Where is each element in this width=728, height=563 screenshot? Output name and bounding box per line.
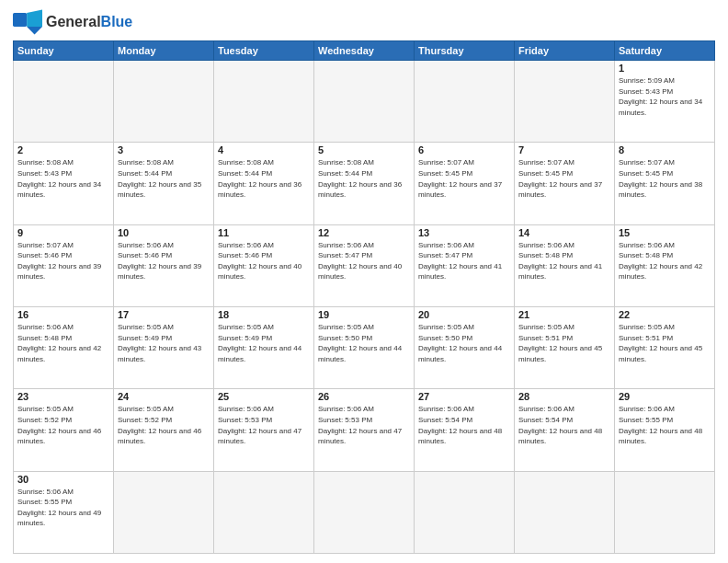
day-number: 10 <box>118 227 210 238</box>
day-info: Sunrise: 5:06 AMSunset: 5:53 PMDaylight:… <box>218 404 310 446</box>
day-info: Sunrise: 5:05 AMSunset: 5:49 PMDaylight:… <box>218 322 310 364</box>
day-info: Sunrise: 5:06 AMSunset: 5:55 PMDaylight:… <box>17 487 109 529</box>
svg-rect-0 <box>13 13 27 27</box>
calendar-cell <box>314 61 415 143</box>
day-number: 20 <box>418 309 510 320</box>
day-info: Sunrise: 5:05 AMSunset: 5:50 PMDaylight:… <box>418 322 510 364</box>
day-number: 11 <box>218 227 310 238</box>
calendar-cell: 23Sunrise: 5:05 AMSunset: 5:52 PMDayligh… <box>14 389 114 471</box>
calendar-cell: 10Sunrise: 5:06 AMSunset: 5:46 PMDayligh… <box>114 224 214 306</box>
day-info: Sunrise: 5:06 AMSunset: 5:46 PMDaylight:… <box>118 240 210 282</box>
calendar-row-2: 2Sunrise: 5:08 AMSunset: 5:43 PMDaylight… <box>14 143 715 224</box>
calendar-cell: 1Sunrise: 5:09 AMSunset: 5:43 PMDaylight… <box>615 61 715 143</box>
day-info: Sunrise: 5:06 AMSunset: 5:55 PMDaylight:… <box>619 404 711 446</box>
logo: GeneralBlue <box>13 9 132 35</box>
calendar-cell: 6Sunrise: 5:07 AMSunset: 5:45 PMDaylight… <box>415 143 515 224</box>
day-info: Sunrise: 5:07 AMSunset: 5:46 PMDaylight:… <box>17 240 109 282</box>
calendar-cell: 30Sunrise: 5:06 AMSunset: 5:55 PMDayligh… <box>14 471 114 553</box>
day-number: 27 <box>418 391 510 402</box>
day-info: Sunrise: 5:06 AMSunset: 5:47 PMDaylight:… <box>418 240 510 282</box>
day-info: Sunrise: 5:08 AMSunset: 5:44 PMDaylight:… <box>318 157 410 200</box>
day-info: Sunrise: 5:08 AMSunset: 5:43 PMDaylight:… <box>17 157 109 200</box>
day-number: 16 <box>17 309 109 320</box>
day-number: 21 <box>518 309 610 320</box>
day-info: Sunrise: 5:08 AMSunset: 5:44 PMDaylight:… <box>218 157 310 200</box>
calendar-cell <box>415 471 515 553</box>
logo-text: GeneralBlue <box>46 14 132 30</box>
day-number: 28 <box>518 391 610 402</box>
calendar-cell: 28Sunrise: 5:06 AMSunset: 5:54 PMDayligh… <box>515 389 615 471</box>
calendar-cell: 16Sunrise: 5:06 AMSunset: 5:48 PMDayligh… <box>14 306 114 388</box>
day-header-sunday: Sunday <box>14 41 114 61</box>
day-info: Sunrise: 5:06 AMSunset: 5:53 PMDaylight:… <box>318 404 410 446</box>
calendar-cell: 2Sunrise: 5:08 AMSunset: 5:43 PMDaylight… <box>14 143 114 224</box>
day-info: Sunrise: 5:06 AMSunset: 5:48 PMDaylight:… <box>619 240 711 282</box>
day-number: 23 <box>17 391 109 402</box>
calendar-cell <box>214 61 314 143</box>
calendar-cell <box>114 61 214 143</box>
day-number: 6 <box>418 144 510 155</box>
day-number: 30 <box>17 474 109 485</box>
day-info: Sunrise: 5:07 AMSunset: 5:45 PMDaylight:… <box>619 157 711 200</box>
calendar-cell <box>114 471 214 553</box>
day-info: Sunrise: 5:05 AMSunset: 5:51 PMDaylight:… <box>518 322 610 364</box>
day-number: 1 <box>619 63 711 74</box>
day-header-thursday: Thursday <box>415 41 515 61</box>
calendar-row-1: 1Sunrise: 5:09 AMSunset: 5:43 PMDaylight… <box>14 61 715 143</box>
day-number: 12 <box>318 227 410 238</box>
day-info: Sunrise: 5:06 AMSunset: 5:46 PMDaylight:… <box>218 240 310 282</box>
day-number: 9 <box>17 227 109 238</box>
calendar-header-row: SundayMondayTuesdayWednesdayThursdayFrid… <box>14 41 715 61</box>
calendar-cell: 29Sunrise: 5:06 AMSunset: 5:55 PMDayligh… <box>615 389 715 471</box>
calendar-cell: 4Sunrise: 5:08 AMSunset: 5:44 PMDaylight… <box>214 143 314 224</box>
day-header-monday: Monday <box>114 41 214 61</box>
day-number: 2 <box>17 144 109 155</box>
calendar-cell: 27Sunrise: 5:06 AMSunset: 5:54 PMDayligh… <box>415 389 515 471</box>
day-number: 3 <box>118 144 210 155</box>
calendar-cell: 26Sunrise: 5:06 AMSunset: 5:53 PMDayligh… <box>314 389 415 471</box>
day-number: 13 <box>418 227 510 238</box>
day-number: 8 <box>619 144 711 155</box>
calendar-cell: 14Sunrise: 5:06 AMSunset: 5:48 PMDayligh… <box>515 224 615 306</box>
day-header-tuesday: Tuesday <box>214 41 314 61</box>
calendar-row-4: 16Sunrise: 5:06 AMSunset: 5:48 PMDayligh… <box>14 306 715 388</box>
calendar-cell: 8Sunrise: 5:07 AMSunset: 5:45 PMDaylight… <box>615 143 715 224</box>
day-info: Sunrise: 5:06 AMSunset: 5:48 PMDaylight:… <box>17 322 109 364</box>
day-number: 4 <box>218 144 310 155</box>
svg-marker-2 <box>27 27 42 34</box>
calendar-cell: 5Sunrise: 5:08 AMSunset: 5:44 PMDaylight… <box>314 143 415 224</box>
calendar-row-6: 30Sunrise: 5:06 AMSunset: 5:55 PMDayligh… <box>14 471 715 553</box>
day-info: Sunrise: 5:06 AMSunset: 5:54 PMDaylight:… <box>418 404 510 446</box>
header: GeneralBlue <box>13 9 715 35</box>
day-info: Sunrise: 5:08 AMSunset: 5:44 PMDaylight:… <box>118 157 210 200</box>
day-info: Sunrise: 5:05 AMSunset: 5:51 PMDaylight:… <box>619 322 711 364</box>
calendar-cell: 20Sunrise: 5:05 AMSunset: 5:50 PMDayligh… <box>415 306 515 388</box>
day-info: Sunrise: 5:09 AMSunset: 5:43 PMDaylight:… <box>619 75 711 118</box>
day-number: 22 <box>619 309 711 320</box>
day-number: 19 <box>318 309 410 320</box>
day-number: 17 <box>118 309 210 320</box>
calendar-cell: 7Sunrise: 5:07 AMSunset: 5:45 PMDaylight… <box>515 143 615 224</box>
day-info: Sunrise: 5:06 AMSunset: 5:54 PMDaylight:… <box>518 404 610 446</box>
calendar-cell <box>515 61 615 143</box>
day-number: 5 <box>318 144 410 155</box>
day-number: 24 <box>118 391 210 402</box>
day-info: Sunrise: 5:05 AMSunset: 5:49 PMDaylight:… <box>118 322 210 364</box>
day-number: 14 <box>518 227 610 238</box>
calendar-cell: 17Sunrise: 5:05 AMSunset: 5:49 PMDayligh… <box>114 306 214 388</box>
page: GeneralBlue SundayMondayTuesdayWednesday… <box>0 0 728 563</box>
day-info: Sunrise: 5:06 AMSunset: 5:47 PMDaylight:… <box>318 240 410 282</box>
calendar-cell: 3Sunrise: 5:08 AMSunset: 5:44 PMDaylight… <box>114 143 214 224</box>
day-number: 25 <box>218 391 310 402</box>
logo-icon <box>13 9 42 35</box>
calendar-row-5: 23Sunrise: 5:05 AMSunset: 5:52 PMDayligh… <box>14 389 715 471</box>
day-header-saturday: Saturday <box>615 41 715 61</box>
calendar-cell: 22Sunrise: 5:05 AMSunset: 5:51 PMDayligh… <box>615 306 715 388</box>
day-info: Sunrise: 5:07 AMSunset: 5:45 PMDaylight:… <box>518 157 610 200</box>
day-header-friday: Friday <box>515 41 615 61</box>
day-number: 29 <box>619 391 711 402</box>
calendar-cell: 18Sunrise: 5:05 AMSunset: 5:49 PMDayligh… <box>214 306 314 388</box>
calendar-cell: 25Sunrise: 5:06 AMSunset: 5:53 PMDayligh… <box>214 389 314 471</box>
calendar-cell: 19Sunrise: 5:05 AMSunset: 5:50 PMDayligh… <box>314 306 415 388</box>
calendar-cell <box>515 471 615 553</box>
